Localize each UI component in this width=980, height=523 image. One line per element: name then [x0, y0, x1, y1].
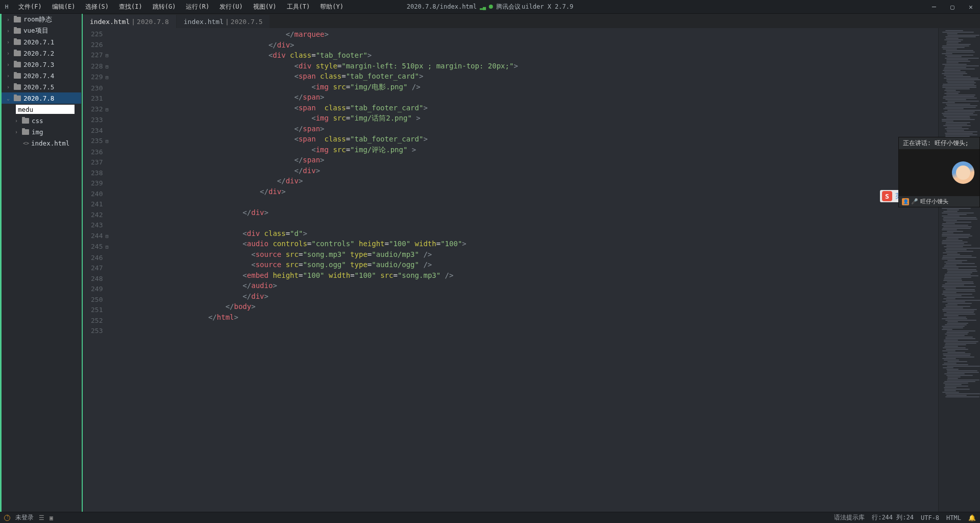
title-extra: 腾讯会议 — [496, 3, 521, 11]
tree-label: 2020.7.1 — [23, 38, 54, 46]
folder-icon — [14, 73, 21, 79]
chevron-right-icon — [7, 28, 13, 34]
menu-item[interactable]: 跳转(G) — [148, 0, 181, 14]
chevron-down-icon — [7, 96, 13, 101]
html-file-icon: <> — [23, 140, 29, 146]
avatar — [952, 161, 974, 184]
cursor-position[interactable]: 行:244 列:24 — [872, 513, 914, 522]
bell-icon[interactable]: 🔔 — [968, 514, 976, 521]
tree-label: 2020.7.5 — [23, 83, 54, 91]
file-language[interactable]: HTML — [946, 514, 961, 521]
participant-name: 旺仔小馒头 — [920, 198, 948, 205]
rename-input[interactable] — [16, 105, 75, 114]
tree-rename-row — [2, 104, 81, 115]
user-icon: 👤 — [902, 198, 909, 205]
chevron-right-icon — [7, 62, 13, 67]
editor[interactable]: 225 226 227⊟228⊟229⊟230 231 232⊟233 234 … — [83, 28, 980, 512]
list-icon[interactable]: ☰ — [39, 514, 44, 521]
minimize-button[interactable]: ─ — [925, 0, 943, 14]
tree-label: index.html — [31, 139, 69, 147]
tree-label: vue项目 — [23, 27, 48, 35]
close-button[interactable]: ✕ — [962, 0, 980, 14]
menu-item[interactable]: 帮助(Y) — [315, 0, 349, 14]
chevron-right-icon — [7, 84, 13, 90]
chevron-right-icon — [7, 17, 13, 22]
tree-label: 2020.7.2 — [23, 50, 54, 57]
folder-icon — [14, 84, 21, 90]
code-content[interactable]: </marquee> </div> <div class="tab_footer… — [111, 28, 938, 512]
menu-item[interactable]: 选择(S) — [80, 0, 114, 14]
tree-folder[interactable]: vue项目 — [2, 25, 81, 36]
window-controls: ─ ▢ ✕ — [925, 0, 980, 14]
tree-label: 2020.7.4 — [23, 72, 54, 80]
tree-folder[interactable]: 2020.7.1 — [2, 36, 81, 47]
menu-item[interactable]: 发行(U) — [214, 0, 248, 14]
tree-folder[interactable]: 2020.7.8 — [2, 92, 81, 104]
line-gutter: 225 226 227⊟228⊟229⊟230 231 232⊟233 234 … — [83, 28, 111, 512]
editor-area: index.html|2020.7.8index.html|2020.7.5 2… — [82, 14, 980, 512]
folder-icon — [14, 51, 21, 56]
title-bar: H 文件(F)编辑(E)选择(S)查找(I)跳转(G)运行(R)发行(U)视图(… — [0, 0, 980, 14]
folder-icon — [14, 17, 21, 22]
chevron-right-icon — [15, 129, 21, 135]
sogou-logo-icon[interactable]: S — [882, 191, 892, 201]
tree-file[interactable]: <>index.html — [2, 137, 81, 149]
folder-icon — [22, 129, 29, 135]
tab-file: index.html — [90, 18, 130, 26]
meeting-video[interactable] — [899, 149, 979, 196]
maximize-button[interactable]: ▢ — [943, 0, 962, 14]
minimap[interactable] — [938, 28, 980, 512]
meeting-speaking: 正在讲话: 旺仔小馒头; — [899, 137, 979, 149]
chevron-right-icon — [7, 73, 13, 79]
chevron-right-icon — [15, 118, 21, 124]
menu-item[interactable]: 查找(I) — [114, 0, 148, 14]
folder-icon — [22, 118, 29, 124]
app-logo: H — [0, 4, 13, 10]
tree-folder[interactable]: 2020.7.3 — [2, 59, 81, 70]
tab-path: 2020.7.5 — [231, 18, 263, 26]
window-title: 2020.7.8/index.html ▂▄ 腾讯会议 uilder X 2.7… — [407, 3, 573, 11]
chevron-right-icon — [7, 51, 13, 56]
folder-icon — [14, 62, 21, 67]
signal-icon: ▂▄ — [480, 4, 486, 10]
menu-item[interactable]: 工具(T) — [282, 0, 315, 14]
tree-folder[interactable]: 2020.7.5 — [2, 81, 81, 92]
tree-folder[interactable]: img — [2, 126, 81, 137]
folder-icon — [14, 39, 21, 45]
menu-item[interactable]: 编辑(E) — [47, 0, 81, 14]
editor-tab[interactable]: index.html|2020.7.5 — [177, 15, 270, 28]
menu-item[interactable]: 视图(V) — [248, 0, 282, 14]
meeting-participant: 👤 🎤 旺仔小馒头 — [899, 196, 979, 207]
title-path: 2020.7.8/index.html — [407, 3, 477, 10]
folder-icon — [14, 28, 21, 34]
tab-file: index.html — [184, 18, 224, 26]
title-app: uilder X 2.7.9 — [522, 3, 573, 10]
tree-label: img — [32, 128, 43, 136]
syntax-hint[interactable]: 语法提示库 — [834, 513, 865, 522]
login-status[interactable]: 未登录 — [15, 513, 34, 522]
menu-bar: 文件(F)编辑(E)选择(S)查找(I)跳转(G)运行(R)发行(U)视图(V)… — [13, 0, 349, 14]
folder-icon — [14, 96, 21, 101]
chevron-right-icon — [7, 39, 13, 45]
menu-item[interactable]: 运行(R) — [181, 0, 214, 14]
mic-icon: 🎤 — [911, 198, 918, 205]
panel-icon[interactable]: ▣ — [50, 514, 53, 521]
warn-icon[interactable] — [4, 515, 10, 521]
tab-path: 2020.7.8 — [137, 18, 169, 26]
menu-item[interactable]: 文件(F) — [13, 0, 47, 14]
meeting-overlay[interactable]: 正在讲话: 旺仔小馒头; 👤 🎤 旺仔小馒头 — [898, 137, 980, 207]
status-bar: 未登录 ☰ ▣ 语法提示库 行:244 列:24 UTF-8 HTML 🔔 — [0, 512, 980, 523]
tree-label: room静态 — [23, 15, 52, 24]
tree-label: 2020.7.8 — [23, 94, 54, 102]
editor-tab[interactable]: index.html|2020.7.8 — [83, 15, 176, 28]
tree-folder[interactable]: room静态 — [2, 14, 81, 25]
tree-folder[interactable]: 2020.7.2 — [2, 47, 81, 59]
file-encoding[interactable]: UTF-8 — [921, 514, 939, 521]
editor-tabs: index.html|2020.7.8index.html|2020.7.5 — [83, 14, 980, 28]
tree-folder[interactable]: 2020.7.4 — [2, 70, 81, 81]
tree-folder[interactable]: css — [2, 115, 81, 126]
file-explorer[interactable]: room静态vue项目2020.7.12020.7.22020.7.32020.… — [0, 14, 82, 512]
tree-label: 2020.7.3 — [23, 61, 54, 68]
tree-label: css — [32, 117, 43, 125]
status-dot-icon — [489, 5, 493, 9]
